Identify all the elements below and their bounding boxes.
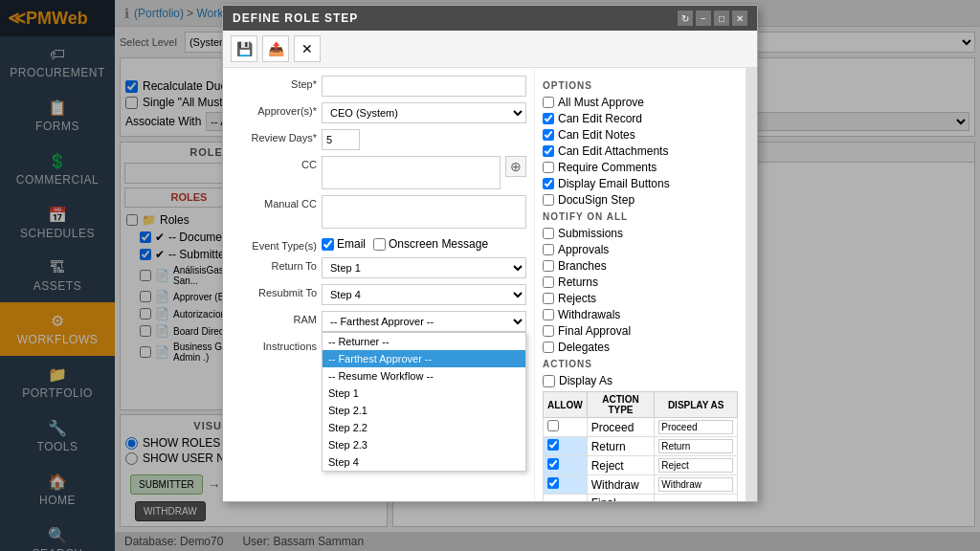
option-can-edit-notes: Can Edit Notes [543, 128, 738, 142]
modal-form: Step* Approver(s)* CEO (System) [223, 68, 535, 501]
ram-option-resume[interactable]: -- Resume Workflow -- [323, 367, 525, 385]
export-button[interactable]: 📤 [262, 35, 289, 62]
display-email-buttons-checkbox[interactable] [543, 178, 554, 189]
cancel-button[interactable]: ✕ [294, 35, 321, 62]
action-row-reject: Reject [544, 456, 738, 475]
option-require-comments: Require Comments [543, 161, 738, 174]
docusign-step-checkbox[interactable] [543, 194, 554, 206]
ram-option-step23[interactable]: Step 2.3 [323, 436, 525, 453]
step-input[interactable] [322, 76, 526, 97]
email-checkbox[interactable] [322, 238, 334, 251]
modal-maximize-button[interactable]: □ [714, 11, 729, 26]
reject-allow-checkbox[interactable] [547, 458, 559, 470]
can-edit-notes-checkbox[interactable] [543, 129, 554, 141]
delegates-checkbox[interactable] [543, 342, 554, 353]
return-to-label: Return To [231, 257, 317, 272]
notify-submissions: Submissions [543, 227, 738, 240]
can-edit-record-checkbox[interactable] [543, 113, 554, 124]
withdraw-display-input[interactable] [658, 477, 733, 492]
display-as-checkbox[interactable] [543, 375, 555, 387]
require-comments-checkbox[interactable] [543, 162, 554, 173]
modal-refresh-button[interactable]: ↻ [678, 11, 693, 26]
return-display-input[interactable] [658, 439, 733, 453]
ram-option-farthest[interactable]: -- Farthest Approver -- [323, 350, 525, 367]
display-as-row: Display As [543, 374, 738, 387]
resubmit-to-dropdown[interactable]: Step 1 Step 2 Step 3 Step 4 [322, 284, 526, 305]
modal-body: Step* Approver(s)* CEO (System) [223, 68, 757, 501]
manual-cc-textarea[interactable] [322, 195, 526, 229]
ram-option-step22[interactable]: Step 2.2 [323, 419, 525, 436]
cc-label: CC [231, 156, 317, 170]
branches-checkbox[interactable] [543, 260, 554, 272]
modal-minimize-button[interactable]: − [696, 11, 711, 26]
display-as-label: Display As [559, 374, 612, 387]
manual-cc-label: Manual CC [231, 195, 317, 209]
resubmit-to-control: Step 1 Step 2 Step 3 Step 4 [322, 284, 526, 305]
can-edit-attachments-label: Can Edit Attachments [558, 144, 668, 158]
modal-header-buttons: ↻ − □ ✕ [678, 11, 747, 26]
review-days-input[interactable] [322, 129, 360, 150]
approvals-label: Approvals [558, 243, 609, 256]
action-row-return: Return [544, 437, 738, 456]
cc-add-button[interactable]: ⊕ [505, 156, 526, 177]
reject-display-input[interactable] [658, 458, 733, 473]
action-row-final-approve: Final Approve [544, 495, 738, 502]
ram-option-returner[interactable]: -- Returner -- [323, 333, 525, 350]
withdrawals-checkbox[interactable] [543, 309, 554, 320]
cc-control: ⊕ [322, 156, 526, 189]
ram-option-step21[interactable]: Step 2.1 [323, 402, 525, 419]
modal-options: OPTIONS All Must Approve Can Edit Record… [535, 68, 746, 501]
modal-scrollbar[interactable] [746, 68, 757, 501]
approvals-checkbox[interactable] [543, 244, 554, 255]
actions-table: ALLOW ACTION TYPE DISPLAY AS Proceed [543, 391, 738, 501]
approver-row: Approver(s)* CEO (System) [231, 102, 526, 123]
final-approval-checkbox[interactable] [543, 325, 554, 337]
modal-close-button[interactable]: ✕ [732, 11, 747, 26]
event-types-label: Event Type(s) [231, 237, 317, 252]
step-label: Step* [231, 76, 317, 90]
return-allow-checkbox[interactable] [547, 439, 559, 451]
option-all-must-approve: All Must Approve [543, 96, 738, 109]
ram-dropdown-list: -- Returner -- -- Farthest Approver -- -… [322, 332, 526, 472]
all-must-approve-checkbox[interactable] [543, 97, 554, 108]
save-button[interactable]: 💾 [231, 35, 257, 62]
branches-label: Branches [558, 259, 607, 273]
manual-cc-row: Manual CC [231, 195, 526, 231]
option-display-email-buttons: Display Email Buttons [543, 177, 738, 190]
ram-dropdown[interactable]: -- Returner -- -- Farthest Approver -- [322, 311, 526, 332]
delegates-label: Delegates [558, 341, 610, 354]
can-edit-notes-label: Can Edit Notes [558, 128, 635, 142]
ram-option-step4[interactable]: Step 4 [323, 453, 525, 471]
proceed-allow-checkbox[interactable] [547, 420, 559, 431]
manual-cc-control [322, 195, 526, 231]
approver-dropdown[interactable]: CEO (System) [322, 102, 526, 123]
withdraw-allow-checkbox[interactable] [547, 477, 559, 489]
return-to-dropdown[interactable]: Step 1 Step 2 Step 3 Step 4 [322, 257, 526, 278]
ram-option-step1[interactable]: Step 1 [323, 385, 525, 402]
email-label: Email [337, 237, 366, 251]
review-days-row: Review Days* [231, 129, 526, 150]
submissions-label: Submissions [558, 227, 623, 240]
returns-checkbox[interactable] [543, 276, 554, 288]
col-allow: ALLOW [544, 392, 588, 418]
col-display-as: DISPLAY AS [655, 392, 738, 418]
approver-control: CEO (System) [322, 102, 526, 123]
display-email-buttons-label: Display Email Buttons [558, 177, 670, 190]
rejects-label: Rejects [558, 292, 596, 305]
notify-header: NOTIFY ON ALL [543, 211, 738, 222]
ram-row: RAM -- Returner -- -- Farthest Approver … [231, 311, 526, 332]
can-edit-attachments-checkbox[interactable] [543, 145, 554, 157]
return-type: Return [587, 437, 655, 456]
onscreen-checkbox[interactable] [373, 238, 386, 251]
docusign-step-label: DocuSign Step [558, 193, 635, 207]
resubmit-to-row: Resubmit To Step 1 Step 2 Step 3 Step 4 [231, 284, 526, 305]
modal-toolbar: 💾 📤 ✕ [223, 31, 757, 68]
notify-withdrawals: Withdrawals [543, 308, 738, 321]
ram-control: -- Returner -- -- Farthest Approver -- -… [322, 311, 526, 332]
submissions-checkbox[interactable] [543, 228, 554, 239]
cc-textarea[interactable] [322, 156, 501, 189]
notify-rejects: Rejects [543, 292, 738, 305]
proceed-display-input[interactable] [658, 420, 733, 434]
notify-branches: Branches [543, 259, 738, 273]
rejects-checkbox[interactable] [543, 293, 554, 304]
